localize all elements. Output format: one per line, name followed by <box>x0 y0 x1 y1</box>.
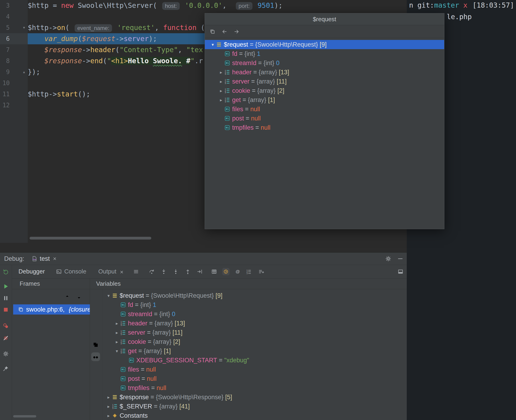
gutter-cell[interactable]: 6 <box>0 33 28 44</box>
line-number[interactable]: 6 <box>0 33 10 44</box>
close-icon[interactable] <box>119 269 124 274</box>
line-number[interactable]: 5 <box>0 22 10 33</box>
editor-horizontal-scrollbar[interactable] <box>30 237 151 240</box>
popup-variable-row[interactable]: ▸123server = {array} [11] <box>205 77 444 86</box>
back-icon[interactable] <box>222 29 228 35</box>
line-number[interactable]: 11 <box>0 89 10 100</box>
gutter-cell[interactable]: 11 <box>0 89 28 100</box>
step-over-button[interactable] <box>149 269 155 275</box>
variable-row[interactable]: 01files = null <box>102 365 407 374</box>
variable-inspect-popup[interactable]: $request ▾$request = {Swoole\Http\Reques… <box>205 13 444 229</box>
line-number[interactable]: 8 <box>0 55 10 67</box>
gutter-cell[interactable]: 8 <box>0 55 28 67</box>
gutter-cell[interactable]: 12 <box>0 100 28 111</box>
popup-variable-row[interactable]: 01tmpfiles = null <box>205 123 444 132</box>
popup-variable-row[interactable]: 01fd = {int} 1 <box>205 49 444 58</box>
gutter-cell[interactable]: 7 <box>0 44 28 55</box>
variable-row[interactable]: ▾$request = {Swoole\Http\Request} [9] <box>102 291 407 300</box>
close-icon[interactable] <box>52 256 57 261</box>
line-number[interactable]: 4 <box>0 11 10 22</box>
popup-variable-row[interactable]: 01streamId = {int} 0 <box>205 58 444 68</box>
expand-arrow-icon[interactable]: ▸ <box>218 98 224 103</box>
expand-arrow-icon[interactable]: ▸ <box>105 395 112 400</box>
show-watches-glasses-icon[interactable] <box>92 353 99 360</box>
pause-button[interactable] <box>2 295 9 302</box>
variable-row[interactable]: ▸123$_SERVER = {array} [41] <box>102 402 407 411</box>
variable-row[interactable]: 01streamId = {int} 0 <box>102 309 407 319</box>
popup-variable-row[interactable]: ▸123cookie = {array} [2] <box>205 86 444 95</box>
line-number[interactable]: 10 <box>0 77 10 89</box>
evaluate-expression-button[interactable] <box>211 269 217 275</box>
variable-row[interactable]: ▾123get = {array} [1] <box>102 346 407 356</box>
rerun-button[interactable] <box>2 269 9 276</box>
fold-marker-icon[interactable]: ▴ <box>23 67 25 77</box>
show-array-keys-button[interactable]: 123 <box>246 269 252 275</box>
variable-row[interactable]: 01XDEBUG_SESSION_START = "xdebug" <box>102 356 407 365</box>
expand-arrow-icon[interactable]: ▸ <box>218 79 224 84</box>
expand-arrow-icon[interactable]: ▸ <box>114 330 120 335</box>
variable-row[interactable]: ▸123cookie = {array} [2] <box>102 337 407 346</box>
add-to-watches-button[interactable] <box>258 269 264 275</box>
debug-settings-gear-icon[interactable] <box>2 350 9 357</box>
popup-title[interactable]: $request <box>205 13 444 25</box>
code-line[interactable]: 3$http = new Swoole\Http\Server( host: '… <box>0 0 407 11</box>
mute-breakpoints-button[interactable] <box>2 335 9 342</box>
popup-variable-row[interactable]: 01files = null <box>205 105 444 114</box>
forward-icon[interactable] <box>233 29 239 35</box>
layout-settings-button[interactable] <box>398 269 403 275</box>
expand-arrow-icon[interactable]: ▸ <box>114 321 120 326</box>
hide-panel-icon[interactable] <box>397 255 404 262</box>
variable-row[interactable]: ▸Constants <box>102 411 407 420</box>
run-config-tab[interactable]: PHP test <box>30 253 59 265</box>
tab-console[interactable]: Console <box>56 268 86 275</box>
line-number[interactable]: 3 <box>0 0 10 11</box>
tab-debugger[interactable]: Debugger <box>18 268 45 275</box>
next-frame-icon[interactable] <box>76 294 82 300</box>
resume-button[interactable] <box>2 283 9 290</box>
move-watch-down-icon[interactable] <box>92 329 99 336</box>
stack-frame-row[interactable]: swoole.php:6, {closure <box>13 304 90 315</box>
expand-arrow-icon[interactable]: ▸ <box>218 88 224 93</box>
variable-row[interactable]: 01tmpfiles = null <box>102 383 407 392</box>
run-to-cursor-button[interactable] <box>197 269 203 275</box>
view-breakpoints-button[interactable] <box>2 322 9 329</box>
expand-arrow-icon[interactable]: ▸ <box>105 404 112 409</box>
popup-variable-row[interactable]: 01post = null <box>205 114 444 123</box>
line-number[interactable]: 9 <box>0 67 10 77</box>
variable-row[interactable]: ▸123header = {array} [13] <box>102 319 407 328</box>
line-number[interactable]: 12 <box>0 100 10 111</box>
gutter-cell[interactable]: 4 <box>0 11 28 22</box>
expand-arrow-icon[interactable]: ▸ <box>105 413 112 418</box>
gutter-cell[interactable]: 10 <box>0 77 28 89</box>
popup-options-icon[interactable] <box>209 29 216 35</box>
expand-arrow-icon[interactable]: ▸ <box>218 70 224 75</box>
previous-frame-icon[interactable] <box>64 294 70 300</box>
frames-horizontal-scrollbar[interactable] <box>13 415 36 418</box>
collapse-arrow-icon[interactable]: ▾ <box>209 42 216 47</box>
fold-marker-icon[interactable]: ▾ <box>23 22 25 33</box>
add-watch-icon[interactable] <box>92 293 99 300</box>
code-text[interactable]: $http = new Swoole\Http\Server( host: '0… <box>28 0 407 11</box>
variable-row[interactable]: 01fd = {int} 1 <box>102 300 407 309</box>
copy-icon[interactable] <box>92 341 99 348</box>
expand-arrow-icon[interactable]: ▸ <box>114 339 120 345</box>
gutter-cell[interactable]: 9▴ <box>0 67 28 77</box>
mark-object-button[interactable]: @ <box>235 269 241 275</box>
collapse-arrow-icon[interactable]: ▾ <box>105 293 112 298</box>
settings-gear-icon[interactable] <box>385 255 392 262</box>
move-watch-up-icon[interactable] <box>92 318 99 325</box>
collapse-arrow-icon[interactable]: ▾ <box>114 348 120 354</box>
variable-row[interactable]: 01post = null <box>102 374 407 383</box>
stop-button[interactable] <box>2 306 9 313</box>
force-step-into-button[interactable] <box>173 269 179 275</box>
php-debug-option-button[interactable] <box>222 268 230 275</box>
variable-row[interactable]: ▸123server = {array} [11] <box>102 328 407 337</box>
line-number[interactable]: 7 <box>0 44 10 55</box>
step-into-button[interactable] <box>161 269 167 275</box>
remove-watch-icon[interactable] <box>92 306 99 313</box>
popup-variable-row[interactable]: ▾$request = {Swoole\Http\Request} [9] <box>205 40 444 49</box>
gutter-cell[interactable]: 3 <box>0 0 28 11</box>
pin-tab-icon[interactable] <box>2 365 9 372</box>
step-out-button[interactable] <box>185 269 191 275</box>
hamburger-menu-icon[interactable] <box>133 269 139 275</box>
